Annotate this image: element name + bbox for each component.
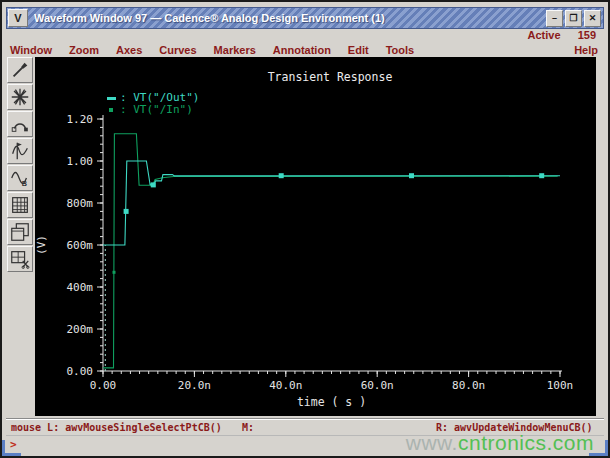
main-area: B 0.0020.0n40.0n60.0n80.0n100n0.00200m40… bbox=[6, 57, 596, 416]
titlebar[interactable]: V Waveform Window 97 — Cadence® Analog D… bbox=[6, 7, 604, 29]
svg-text:Transient Response: Transient Response bbox=[268, 70, 393, 84]
menu-tools[interactable]: Tools bbox=[386, 44, 415, 56]
svg-text:1.00: 1.00 bbox=[67, 155, 94, 168]
menu-zoom[interactable]: Zoom bbox=[69, 44, 99, 56]
window-title: Waveform Window 97 — Cadence® Analog Des… bbox=[34, 12, 546, 24]
toolbar-button-calculator[interactable] bbox=[7, 192, 33, 218]
svg-text:60.0n: 60.0n bbox=[361, 379, 394, 392]
svg-text:400m: 400m bbox=[67, 281, 94, 294]
calculator-icon bbox=[9, 194, 31, 216]
waveform-b-icon: B bbox=[9, 167, 31, 189]
maximize-button[interactable]: ❐ bbox=[565, 10, 582, 27]
svg-text:: VT("/In"): : VT("/In") bbox=[120, 103, 193, 116]
toolbar: B bbox=[6, 57, 35, 416]
window-menu-icon: V bbox=[14, 12, 21, 24]
menu-edit[interactable]: Edit bbox=[348, 44, 369, 56]
toolbar-button-arc-tool[interactable] bbox=[7, 111, 33, 137]
watermark-domain: cntronics.com bbox=[458, 431, 594, 454]
svg-text:40.0n: 40.0n bbox=[269, 379, 302, 392]
svg-text:1.20: 1.20 bbox=[67, 113, 94, 126]
brush-icon bbox=[9, 59, 31, 81]
menu-annotation[interactable]: Annotation bbox=[273, 44, 331, 56]
svg-text:B: B bbox=[22, 179, 27, 188]
starburst-icon bbox=[9, 86, 31, 108]
toolbar-button-window-cut[interactable] bbox=[7, 246, 33, 272]
menu-markers[interactable]: Markers bbox=[214, 44, 256, 56]
active-label: Active bbox=[528, 29, 561, 41]
waveform-marker-icon bbox=[9, 140, 31, 162]
menu-items: WindowZoomAxesCurvesMarkersAnnotationEdi… bbox=[10, 44, 431, 56]
arc-tool-icon bbox=[9, 113, 31, 135]
mouse-left-binding: mouse L: awvMouseSingleSelectPtCB() bbox=[11, 422, 222, 433]
copy-window-icon bbox=[9, 221, 31, 243]
close-button[interactable]: ✕ bbox=[584, 10, 601, 27]
svg-text:time ( s ): time ( s ) bbox=[297, 395, 366, 409]
toolbar-button-waveform-b[interactable]: B bbox=[7, 165, 33, 191]
svg-text:0.00: 0.00 bbox=[90, 379, 117, 392]
menu-help[interactable]: Help bbox=[574, 44, 598, 56]
svg-text:100n: 100n bbox=[547, 379, 574, 392]
svg-text:20.0n: 20.0n bbox=[178, 379, 211, 392]
toolbar-button-waveform-marker[interactable] bbox=[7, 138, 33, 164]
svg-text:(V): (V) bbox=[35, 235, 48, 255]
window-menu-button[interactable]: V bbox=[8, 9, 28, 27]
menubar: WindowZoomAxesCurvesMarkersAnnotationEdi… bbox=[10, 42, 600, 57]
svg-text:800m: 800m bbox=[67, 197, 94, 210]
active-count: 159 bbox=[578, 29, 596, 41]
svg-text:0.00: 0.00 bbox=[67, 365, 94, 378]
window-cut-icon bbox=[9, 248, 31, 270]
watermark-prefix: www. bbox=[406, 431, 458, 454]
resize-corner-bottom-left[interactable] bbox=[2, 440, 21, 456]
mouse-middle-binding: M: bbox=[242, 422, 254, 433]
svg-text:200m: 200m bbox=[67, 323, 94, 336]
menu-curves[interactable]: Curves bbox=[159, 44, 196, 56]
resize-corner-bottom-right[interactable] bbox=[589, 440, 608, 456]
waveform-window: V Waveform Window 97 — Cadence® Analog D… bbox=[0, 0, 610, 458]
toolbar-button-starburst[interactable] bbox=[7, 84, 33, 110]
active-status: Active 159 bbox=[514, 29, 596, 42]
plot-area[interactable]: 0.0020.0n40.0n60.0n80.0n100n0.00200m400m… bbox=[35, 57, 596, 416]
toolbar-button-brush[interactable] bbox=[7, 57, 33, 83]
menu-axes[interactable]: Axes bbox=[116, 44, 142, 56]
watermark: www.cntronics.com bbox=[406, 431, 594, 455]
menu-window[interactable]: Window bbox=[10, 44, 52, 56]
window-controls: – ❐ ✕ bbox=[546, 10, 601, 27]
svg-text:600m: 600m bbox=[67, 239, 94, 252]
toolbar-button-copy-window[interactable] bbox=[7, 219, 33, 245]
svg-text:80.0n: 80.0n bbox=[452, 379, 485, 392]
minimize-button[interactable]: – bbox=[546, 10, 563, 27]
